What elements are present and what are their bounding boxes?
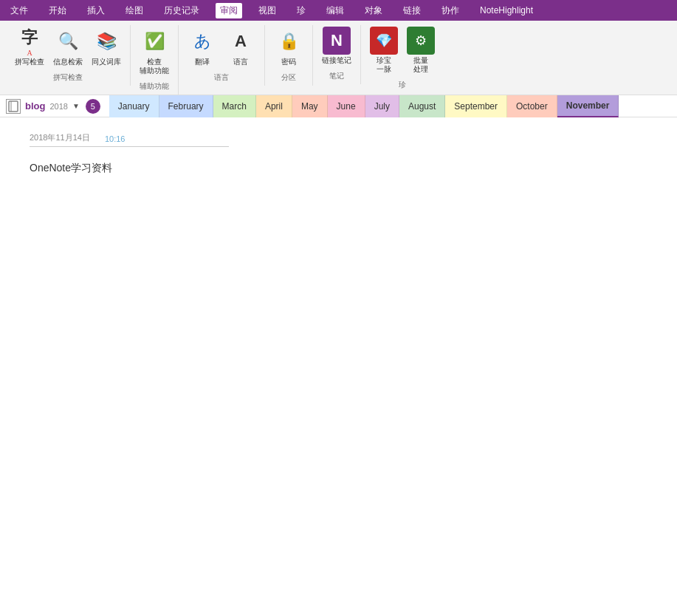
- batch-process-icon: ⚙: [407, 27, 435, 55]
- spell-group-label: 拼写检查: [12, 71, 124, 86]
- link-note-button[interactable]: N 链接笔记: [319, 25, 354, 66]
- month-tabs: JanuaryFebruaryMarchAprilMayJuneJulyAugu…: [109, 95, 671, 117]
- month-tab-june[interactable]: June: [328, 95, 365, 117]
- month-tab-march[interactable]: March: [213, 95, 256, 117]
- menu-item-start[interactable]: 开始: [44, 3, 71, 18]
- menu-item-zhen[interactable]: 珍: [292, 3, 310, 18]
- notebook-year: 2018: [49, 102, 67, 111]
- password-icon: 🔒: [274, 27, 303, 56]
- menu-item-draw[interactable]: 绘图: [121, 3, 148, 18]
- ribbon-group-spell: 字 A 拼写检查 🔍 信息检索 📚 同义词库: [6, 25, 131, 86]
- menu-item-edit[interactable]: 编辑: [322, 3, 348, 18]
- ribbon: 字 A 拼写检查 🔍 信息检索 📚 同义词库: [0, 21, 677, 95]
- spell-check-label: 拼写检查: [15, 58, 44, 66]
- gem-group-label: 珍: [367, 78, 438, 93]
- ribbon-group-language: あ 翻译 A 语言 语言: [179, 25, 265, 86]
- note-divider: [30, 146, 229, 147]
- notebook-title: blog: [25, 100, 45, 112]
- ribbon-group-gem: 💎 珍宝一脉 ⚙ 批量处理 珍: [361, 25, 444, 93]
- month-tab-july[interactable]: July: [365, 95, 399, 117]
- thesaurus-button[interactable]: 📚 同义词库: [89, 25, 124, 68]
- section-group-label: 分区: [271, 71, 306, 86]
- link-note-icon: N: [323, 27, 351, 55]
- month-tab-august[interactable]: August: [399, 95, 445, 117]
- menu-item-link[interactable]: 链接: [399, 3, 425, 18]
- accessibility-group-label: 辅助功能: [137, 80, 172, 95]
- notebook-row: blog 2018 ▼ 5 JanuaryFebruaryMarchAprilM…: [0, 95, 677, 117]
- gem-label: 珍宝一脉: [377, 56, 391, 74]
- accessibility-check-button[interactable]: ✅ 检查辅助功能: [137, 25, 172, 77]
- thesaurus-icon: 📚: [92, 27, 121, 56]
- ribbon-group-section: 🔒 密码 分区: [265, 25, 313, 86]
- month-tab-september[interactable]: September: [445, 95, 507, 117]
- menu-item-insert[interactable]: 插入: [83, 3, 109, 18]
- menu-item-view[interactable]: 视图: [254, 3, 281, 18]
- menu-item-review[interactable]: 审阅: [216, 3, 242, 18]
- ribbon-group-note: N 链接笔记 笔记: [313, 25, 361, 84]
- gem-icon: 💎: [370, 27, 398, 55]
- notebook-icon: [6, 99, 21, 114]
- month-tab-october[interactable]: October: [507, 95, 557, 117]
- batch-process-button[interactable]: ⚙ 批量处理: [404, 25, 438, 75]
- translate-icon: あ: [188, 27, 217, 56]
- language-icon: A: [226, 27, 255, 56]
- note-group-label: 笔记: [319, 69, 354, 84]
- menu-item-history[interactable]: 历史记录: [159, 3, 204, 18]
- info-search-icon: 🔍: [53, 27, 83, 56]
- note-time: 10:16: [105, 134, 126, 143]
- language-label: 语言: [233, 58, 248, 66]
- menu-item-notehighlight[interactable]: NoteHighlight: [475, 4, 537, 17]
- ribbon-group-accessibility: ✅ 检查辅助功能 辅助功能: [131, 25, 179, 95]
- language-group-label: 语言: [185, 71, 258, 86]
- gem-button[interactable]: 💎 珍宝一脉: [367, 25, 401, 75]
- accessibility-check-label: 检查辅助功能: [140, 58, 169, 75]
- spell-check-button[interactable]: 字 A 拼写检查: [12, 25, 47, 68]
- month-tab-february[interactable]: February: [159, 95, 213, 117]
- menu-bar: 文件 开始 插入 绘图 历史记录 审阅 视图 珍 编辑 对象 链接 协作 Not…: [0, 0, 677, 21]
- link-note-label: 链接笔记: [322, 56, 351, 65]
- svg-rect-0: [9, 101, 18, 112]
- accessibility-check-icon: ✅: [140, 27, 169, 56]
- content-area: 2018年11月14日 10:16 OneNote学习资料: [0, 117, 677, 190]
- month-tab-november[interactable]: November: [557, 95, 619, 117]
- note-date: 2018年11月14日: [30, 132, 90, 143]
- info-search-button[interactable]: 🔍 信息检索: [50, 25, 86, 68]
- password-button[interactable]: 🔒 密码: [271, 25, 306, 68]
- spell-check-icon: 字 A: [15, 27, 44, 56]
- info-search-label: 信息检索: [53, 58, 83, 66]
- menu-item-object[interactable]: 对象: [360, 3, 387, 18]
- thesaurus-label: 同义词库: [92, 58, 121, 66]
- note-content[interactable]: OneNote学习资料: [30, 162, 647, 175]
- menu-item-file[interactable]: 文件: [6, 3, 32, 18]
- translate-button[interactable]: あ 翻译: [185, 25, 220, 68]
- language-button[interactable]: A 语言: [223, 25, 258, 68]
- translate-label: 翻译: [195, 58, 210, 66]
- notebook-dropdown[interactable]: ▼: [72, 102, 80, 110]
- password-label: 密码: [281, 58, 296, 66]
- month-tab-january[interactable]: January: [109, 95, 159, 117]
- month-tab-april[interactable]: April: [256, 95, 292, 117]
- menu-item-collab[interactable]: 协作: [437, 3, 464, 18]
- batch-process-label: 批量处理: [413, 56, 428, 74]
- month-tab-may[interactable]: May: [292, 95, 328, 117]
- page-count: 5: [86, 99, 100, 114]
